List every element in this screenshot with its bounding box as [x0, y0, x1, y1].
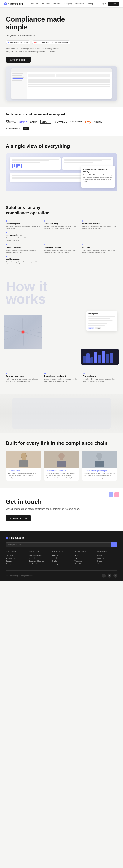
hero-cta-button[interactable]: Talk to an expert → — [6, 57, 31, 63]
newsletter-submit-button[interactable]: → — [111, 542, 117, 547]
footer: Hummingbird → Platform Overview Integrat… — [0, 531, 123, 581]
hiw-step-2: 02 Investigate intelligently Our AI surf… — [44, 372, 79, 383]
svg-rect-9 — [57, 461, 66, 467]
maximize-dot — [16, 69, 17, 70]
footer-col-title-industries: Industries — [51, 551, 71, 553]
linkedin-social-icon[interactable]: in — [107, 574, 112, 578]
solution-item-7: Machine Learning Detect risk early with … — [6, 256, 41, 265]
footer-col-usecases: Use Cases Alert Intelligence SAR Filing … — [29, 551, 48, 566]
spacer-visual — [12, 398, 111, 429]
chain-cards: For Investigators Hummingbird gives inve… — [6, 451, 117, 481]
footer-link-3-1[interactable]: Guides — [75, 557, 94, 559]
logo-nydig: ≡NYDIG — [94, 121, 102, 123]
nav-link-platform[interactable]: Platform — [31, 3, 38, 5]
deco-square-1 — [108, 492, 114, 497]
get-in-touch-wrapper: Get in touch We're bringing organization… — [0, 489, 123, 531]
solution-dot-5 — [44, 244, 45, 246]
footer-link-0-1[interactable]: Integrations — [6, 557, 26, 559]
footer-link-0-3[interactable]: Changelog — [6, 563, 26, 565]
hiw-step-num-1: 01 — [6, 372, 40, 374]
chain-card-img-2 — [82, 451, 117, 468]
hero-subtitle: Designed for the true heroes of — [6, 34, 117, 37]
hiw-panel-row — [89, 319, 113, 320]
sv-row — [64, 159, 112, 160]
solution-item-0: Alert Intelligence Hummingbird provides … — [6, 220, 41, 229]
chain-card-1: For Compliance Leadership Compliance lea… — [44, 451, 79, 481]
footer-link-3-3[interactable]: Case Studies — [75, 563, 94, 565]
footer-link-1-1[interactable]: SAR Filing — [29, 557, 48, 559]
footer-link-4-2[interactable]: Press — [97, 560, 117, 562]
mockup-row — [28, 84, 110, 85]
sv-mini-chart — [11, 164, 59, 168]
chain-card-0: For Investigators Hummingbird gives inve… — [6, 451, 41, 481]
footer-link-0-0[interactable]: Overview — [6, 554, 26, 556]
hero-badge-1: Investigator Workspace — [6, 40, 30, 44]
solution-title-0: Alert Intelligence — [6, 223, 41, 225]
footer-link-2-1[interactable]: Fintech — [51, 557, 71, 559]
solutions-heading: Solutions for any compliance operation — [6, 205, 59, 216]
badge-dot-1 — [8, 41, 9, 43]
footer-link-2-0[interactable]: Banking — [51, 554, 71, 556]
nav-link-industries[interactable]: Industries — [53, 3, 61, 5]
chain-card-desc-0: Hummingbird gives investigators the tool… — [8, 472, 40, 479]
footer-link-3-2[interactable]: Webinars — [75, 560, 94, 562]
newsletter-form: → — [6, 542, 117, 547]
sv-tooltip-next[interactable]: › — [113, 183, 113, 186]
footer-link-4-0[interactable]: About — [97, 554, 117, 556]
audit-portrait — [94, 452, 105, 467]
footer-link-1-0[interactable]: Alert Intelligence — [29, 554, 48, 556]
logos-section: Top financial institutions run on Hummin… — [0, 107, 123, 136]
footer-link-3-0[interactable]: Blog — [75, 554, 94, 556]
facebook-social-icon[interactable]: f — [114, 574, 117, 578]
twitter-social-icon[interactable]: 𝕏 — [102, 574, 106, 578]
mockup-row — [28, 86, 110, 87]
nav-link-resources[interactable]: Resources — [75, 3, 84, 5]
chart-bar — [109, 353, 113, 363]
footer-link-4-1[interactable]: Careers — [97, 557, 117, 559]
solutions-grid-top: Alert Intelligence Hummingbird provides … — [6, 220, 117, 241]
nav-discover-button[interactable]: Discover — [108, 2, 119, 5]
chart-bar — [21, 164, 22, 168]
stat-card — [83, 73, 110, 78]
nav-link-company[interactable]: Company — [64, 3, 72, 5]
deco-square-2 — [114, 492, 119, 497]
nav-logo[interactable]: Hummingbird — [4, 2, 23, 5]
footer-col-title-platform: Platform — [6, 551, 26, 553]
svg-rect-11 — [98, 458, 101, 460]
footer-link-1-2[interactable]: Customer Diligence — [29, 560, 48, 562]
footer-link-1-3[interactable]: Anti-Fraud — [29, 563, 48, 565]
hiw-step-desc-3: Complete filings and reports with one cl… — [83, 378, 117, 383]
sidebar-row — [13, 76, 24, 78]
solution-desc-5: Streamline dispute resolution with confi… — [44, 249, 79, 253]
solution-desc-6: Identify and stop fraud with machine lea… — [82, 249, 117, 253]
sv-tooltip-prev[interactable]: ‹ — [111, 183, 112, 186]
nav-link-usecases[interactable]: Use Cases — [41, 3, 50, 5]
newsletter-email-input[interactable] — [6, 542, 111, 547]
chart-bar — [90, 357, 93, 363]
solution-item-5: Transaction Disputes Streamline dispute … — [44, 244, 79, 253]
footer-link-2-2[interactable]: Crypto — [51, 560, 71, 562]
chart-bar — [14, 164, 16, 167]
nav-link-pricing[interactable]: Pricing — [87, 3, 93, 5]
solution-dot-1 — [44, 220, 45, 221]
git-cta-button[interactable]: Schedule demo → — [6, 515, 31, 521]
sv-row — [11, 159, 59, 160]
footer-link-0-2[interactable]: Security — [6, 560, 26, 562]
hiw-chart — [81, 349, 119, 365]
chart-bar — [106, 354, 109, 363]
footer-link-2-3[interactable]: Lending — [51, 563, 71, 565]
hummingbird-icon — [4, 2, 7, 5]
hiw-step-num-3: 03 — [83, 372, 117, 374]
hero-section: Compliance made simple Designed for the … — [0, 8, 123, 107]
hiw-title: How it works — [6, 280, 117, 305]
hiw-tag-1: Active — [89, 327, 94, 329]
footer-copyright: © 2024 Hummingbird. All rights reserved. — [6, 575, 34, 577]
footer-col-resources: Resources Blog Guides Webinars Case Stud… — [75, 551, 94, 566]
hero-screenshot — [6, 66, 117, 101]
hiw-step-title-1: Connect your data — [6, 375, 40, 377]
chain-card-img-1 — [44, 451, 79, 468]
logo-affirm: affirm — [30, 120, 37, 123]
footer-link-4-3[interactable]: Contact — [97, 563, 117, 565]
nav-login[interactable]: Log in — [101, 3, 106, 5]
sv-row — [64, 162, 93, 163]
